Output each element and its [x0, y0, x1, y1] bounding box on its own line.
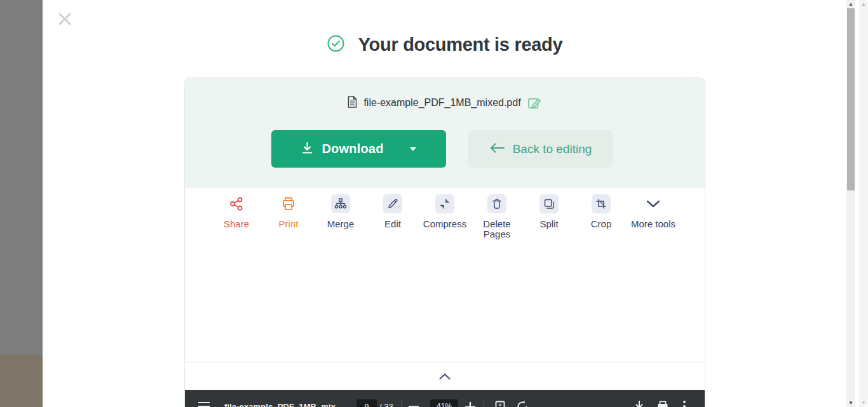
scroll-down-arrow-icon[interactable]: ▼ — [846, 399, 855, 407]
tool-share-label: Share — [224, 219, 249, 229]
fit-to-page-icon[interactable] — [494, 400, 506, 407]
split-pages-icon — [539, 194, 559, 213]
tool-more-tools[interactable]: More tools — [627, 194, 679, 239]
delete-pages-trash-icon — [487, 194, 506, 213]
rename-file-icon[interactable] — [527, 96, 542, 110]
print-icon — [279, 194, 298, 213]
page-title: Your document is ready — [358, 34, 563, 55]
tool-delete-pages-label: Delete Pages — [471, 219, 523, 239]
tool-compress[interactable]: Compress — [419, 194, 471, 239]
success-check-icon — [327, 35, 344, 55]
close-icon[interactable] — [57, 11, 73, 27]
tools-panel: Share Print Merge — [185, 188, 705, 407]
rotate-page-icon[interactable] — [516, 400, 529, 407]
tool-share[interactable]: Share — [210, 194, 262, 239]
scroll-up-arrow-icon[interactable]: ▲ — [859, 0, 868, 8]
page-backdrop-footer — [0, 354, 43, 407]
merge-icon — [331, 194, 350, 213]
tool-split-label: Split — [539, 219, 558, 229]
tool-crop-label: Crop — [591, 219, 612, 229]
download-button[interactable]: Download — [271, 130, 446, 168]
back-to-editing-button[interactable]: Back to editing — [468, 130, 613, 168]
edit-pencil-icon — [383, 194, 402, 213]
browser-scrollbar[interactable]: ▲ ▼ — [859, 0, 868, 407]
download-arrow-icon — [301, 142, 313, 156]
collapse-preview-button[interactable] — [185, 362, 705, 390]
viewer-more-options-kebab-icon[interactable] — [682, 400, 686, 407]
download-options-caret-icon[interactable] — [410, 147, 416, 151]
scrollbar-thumb[interactable] — [847, 8, 855, 190]
more-tools-chevron-down-icon — [644, 194, 663, 213]
page-total-label: / 33 — [379, 390, 393, 407]
tool-edit-label: Edit — [384, 219, 401, 229]
tool-print[interactable]: Print — [262, 194, 315, 239]
crop-icon — [592, 194, 611, 213]
document-file-icon — [348, 96, 357, 110]
scroll-up-arrow-icon[interactable]: ▲ — [846, 0, 855, 8]
tool-merge[interactable]: Merge — [315, 194, 367, 239]
viewer-print-icon[interactable] — [656, 400, 669, 407]
back-arrow-icon — [489, 143, 505, 155]
tool-crop[interactable]: Crop — [575, 194, 627, 239]
compress-icon — [435, 194, 454, 213]
tool-delete-pages[interactable]: Delete Pages — [471, 194, 523, 239]
chevron-up-icon — [439, 373, 451, 380]
tool-more-tools-label: More tools — [631, 219, 675, 229]
page-backdrop — [0, 0, 43, 354]
tools-row: Share Print Merge — [185, 194, 705, 239]
zoom-level-field[interactable]: 41% — [430, 399, 458, 407]
tool-edit[interactable]: Edit — [367, 194, 419, 239]
screen: Your document is ready file-example_PDF_… — [0, 0, 868, 407]
modal-header: Your document is ready — [43, 30, 847, 58]
download-button-label: Download — [322, 142, 383, 156]
toolbar-divider — [484, 400, 484, 407]
file-name: file-example_PDF_1MB_mixed.pdf — [363, 97, 520, 109]
document-ready-modal: Your document is ready file-example_PDF_… — [43, 0, 859, 407]
result-card: file-example_PDF_1MB_mixed.pdf Download … — [184, 77, 705, 407]
file-row: file-example_PDF_1MB_mixed.pdf — [185, 95, 705, 111]
viewer-filename: file-example_PDF_1MB_mix... — [224, 390, 342, 407]
modal-scrollbar[interactable]: ▲ ▼ — [846, 0, 855, 407]
page-number-input[interactable] — [356, 399, 377, 407]
zoom-in-plus-icon[interactable] — [465, 402, 475, 407]
pdf-viewer-toolbar: file-example_PDF_1MB_mix... / 33 41% — [185, 390, 705, 407]
tool-merge-label: Merge — [327, 219, 355, 229]
toolbar-divider — [402, 400, 402, 407]
tool-split[interactable]: Split — [523, 194, 575, 239]
back-to-editing-label: Back to editing — [513, 142, 592, 156]
viewer-menu-hamburger-icon[interactable] — [198, 401, 210, 407]
scroll-down-arrow-icon[interactable]: ▼ — [859, 399, 868, 407]
tool-print-label: Print — [279, 219, 299, 229]
share-icon — [227, 194, 246, 213]
viewer-download-icon[interactable] — [634, 400, 645, 407]
tool-compress-label: Compress — [423, 219, 466, 229]
